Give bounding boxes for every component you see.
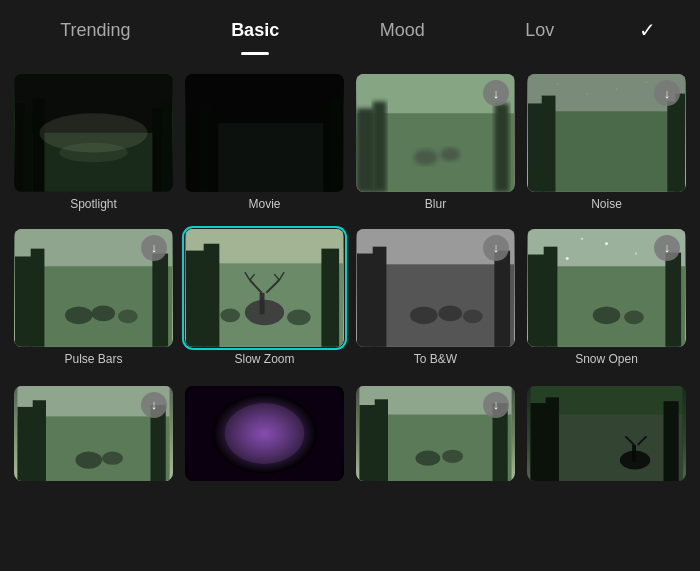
effect-r3d[interactable]: [521, 380, 692, 485]
svg-rect-34: [646, 82, 647, 83]
svg-rect-64: [373, 246, 387, 346]
svg-rect-96: [375, 399, 388, 481]
svg-rect-3: [23, 113, 33, 192]
svg-point-23: [440, 148, 460, 162]
download-badge[interactable]: ↓: [483, 80, 509, 106]
svg-point-91: [225, 403, 305, 464]
download-badge[interactable]: ↓: [654, 235, 680, 261]
svg-rect-73: [544, 246, 558, 346]
effect-pulsebars[interactable]: ↓ Pulse Bars: [8, 223, 179, 370]
svg-rect-104: [546, 397, 559, 481]
svg-point-77: [635, 252, 637, 254]
svg-rect-33: [616, 89, 617, 90]
svg-rect-63: [357, 253, 375, 346]
svg-rect-107: [632, 444, 636, 461]
svg-rect-4: [33, 99, 45, 192]
svg-point-68: [463, 309, 483, 323]
tab-lov[interactable]: Lov: [509, 10, 570, 51]
effect-r3c[interactable]: ↓: [350, 380, 521, 485]
svg-point-22: [414, 150, 438, 166]
svg-point-67: [438, 305, 462, 321]
tab-bar: Trending Basic Mood Lov ✓: [0, 0, 700, 60]
svg-point-58: [287, 309, 311, 325]
effect-tobw[interactable]: ↓ To B&W: [350, 223, 521, 370]
effect-blur[interactable]: ↓ Blur: [350, 68, 521, 215]
svg-rect-6: [162, 101, 172, 191]
svg-rect-20: [373, 101, 387, 191]
checkmark-button[interactable]: ✓: [639, 18, 656, 42]
svg-point-76: [605, 242, 608, 245]
svg-rect-40: [152, 253, 168, 346]
svg-rect-30: [675, 94, 685, 192]
svg-point-79: [593, 306, 620, 324]
svg-point-42: [92, 305, 116, 321]
svg-rect-103: [531, 403, 548, 481]
svg-point-98: [416, 450, 441, 465]
download-badge[interactable]: ↓: [483, 392, 509, 418]
effect-r3b[interactable]: [179, 380, 350, 485]
download-badge[interactable]: ↓: [141, 392, 167, 418]
svg-point-8: [59, 143, 128, 163]
svg-point-87: [75, 451, 102, 468]
download-badge[interactable]: ↓: [483, 235, 509, 261]
effect-slowzoom[interactable]: Slow Zoom: [179, 223, 350, 370]
tab-trending[interactable]: Trending: [44, 10, 146, 51]
svg-point-66: [410, 306, 437, 324]
svg-rect-11: [186, 113, 201, 192]
tab-basic[interactable]: Basic: [215, 10, 295, 51]
effect-r3a[interactable]: ↓: [8, 380, 179, 485]
svg-rect-74: [665, 252, 681, 346]
svg-point-59: [220, 308, 240, 322]
svg-rect-38: [15, 256, 33, 346]
tab-mood[interactable]: Mood: [364, 10, 441, 51]
svg-rect-49: [321, 248, 339, 346]
effect-movie[interactable]: Movie: [179, 68, 350, 215]
svg-rect-85: [33, 400, 46, 481]
svg-rect-39: [31, 248, 45, 346]
svg-rect-13: [209, 111, 219, 191]
svg-rect-15: [331, 99, 343, 192]
svg-rect-47: [186, 250, 206, 346]
effects-grid-row3: ↓: [0, 372, 700, 485]
svg-point-41: [65, 306, 92, 324]
svg-point-99: [442, 449, 463, 462]
svg-rect-28: [542, 96, 556, 192]
svg-rect-32: [587, 94, 588, 95]
svg-point-78: [581, 238, 583, 240]
download-badge[interactable]: ↓: [141, 235, 167, 261]
effects-grid-row1: Spotlight Movie: [0, 60, 700, 215]
download-badge[interactable]: ↓: [654, 80, 680, 106]
svg-rect-72: [528, 254, 546, 346]
svg-rect-51: [260, 293, 265, 315]
svg-point-88: [102, 451, 123, 464]
svg-point-75: [566, 257, 569, 260]
effects-grid-row2: ↓ Pulse Bars: [0, 215, 700, 370]
svg-point-80: [624, 310, 644, 324]
svg-rect-5: [152, 108, 162, 191]
svg-rect-27: [528, 103, 544, 191]
svg-rect-19: [357, 108, 375, 191]
effect-snowopen[interactable]: ↓ Snow Open: [521, 223, 692, 370]
svg-rect-95: [360, 405, 377, 481]
svg-rect-105: [664, 401, 679, 481]
svg-rect-21: [494, 103, 509, 191]
svg-rect-65: [494, 250, 510, 346]
svg-rect-84: [18, 406, 35, 480]
svg-rect-31: [557, 84, 558, 85]
svg-rect-48: [204, 243, 220, 346]
effect-spotlight[interactable]: Spotlight: [8, 68, 179, 215]
effect-noise[interactable]: ↓ Noise: [521, 68, 692, 215]
svg-point-43: [118, 309, 138, 323]
